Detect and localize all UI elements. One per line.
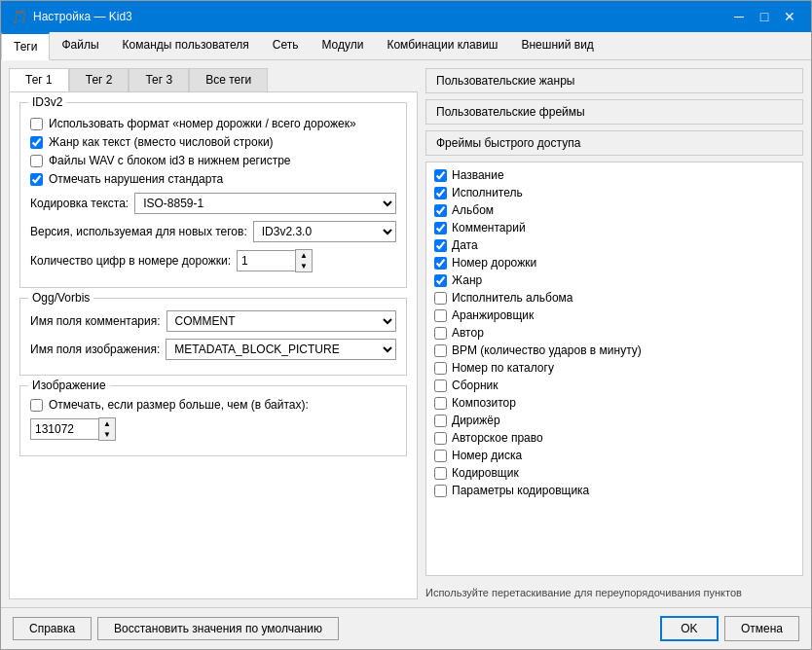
list-item: Авторское право (430, 429, 798, 447)
list-item: Номер диска (430, 447, 798, 464)
check-album[interactable] (434, 204, 447, 217)
list-item: Параметры кодировщика (430, 482, 798, 499)
list-item: Жанр (430, 271, 798, 289)
check-copyright[interactable] (434, 432, 447, 445)
label-copyright: Авторское право (452, 431, 543, 445)
encoding-row: Кодировка текста: ISO-8859-1 UTF-8 UTF-1… (30, 193, 396, 214)
checkbox-wav-lowercase-label: Файлы WAV с блоком id3 в нижнем регистре (49, 154, 290, 167)
tab-files[interactable]: Файлы (50, 32, 110, 59)
tab-modules[interactable]: Модули (310, 32, 375, 59)
list-item: BPM (количество ударов в минуту) (430, 342, 798, 359)
checkbox-track-format: Использовать формат «номер дорожки / все… (30, 117, 396, 130)
sub-tab-tag2[interactable]: Тег 2 (69, 68, 129, 91)
tab-network[interactable]: Сеть (261, 32, 311, 59)
close-button[interactable]: ✕ (778, 7, 801, 26)
list-item: Дата (430, 236, 798, 254)
id3v2-section: ID3v2 Использовать формат «номер дорожки… (19, 102, 407, 288)
image-field-select[interactable]: METADATA_BLOCK_PICTURE (166, 339, 396, 360)
image-size-spinner: ▲ ▼ (30, 417, 116, 441)
label-arranger: Аранжировщик (452, 308, 534, 322)
image-size-input[interactable] (30, 418, 98, 440)
check-author[interactable] (434, 327, 447, 340)
label-encoder: Кодировщик (452, 466, 519, 480)
list-item: Номер по каталогу (430, 359, 798, 377)
label-comment: Комментарий (452, 221, 526, 235)
spinner-up[interactable]: ▲ (296, 250, 312, 261)
image-size-spinner-down[interactable]: ▼ (99, 429, 115, 440)
ogg-section: Ogg/Vorbis Имя поля комментария: COMMENT… (19, 298, 407, 376)
title-bar-left: 🎵 Настройка — Kid3 (11, 9, 132, 24)
list-item: Альбом (430, 201, 798, 219)
label-tracknum: Номер дорожки (452, 256, 536, 270)
quick-access-frames-button[interactable]: Фреймы быстрого доступа (425, 130, 803, 156)
check-genre[interactable] (434, 274, 447, 287)
check-encoder-settings[interactable] (434, 485, 447, 497)
label-artist: Исполнитель (452, 186, 523, 199)
list-item: Исполнитель альбома (430, 289, 798, 307)
ok-button[interactable]: OK (660, 616, 719, 641)
check-title[interactable] (434, 169, 447, 182)
spinner-buttons: ▲ ▼ (295, 249, 313, 272)
tab-shortcuts[interactable]: Комбинации клавиш (375, 32, 509, 59)
frames-checklist: Название Исполнитель Альбом Комментарий … (425, 162, 803, 576)
cancel-button[interactable]: Отмена (724, 616, 799, 641)
list-item: Комментарий (430, 219, 798, 236)
restore-defaults-button[interactable]: Восстановить значения по умолчанию (97, 617, 339, 640)
checkbox-track-format-input[interactable] (30, 118, 43, 130)
image-size-checkbox[interactable] (30, 399, 43, 412)
minimize-button[interactable]: ─ (727, 7, 751, 26)
footer-right: OK Отмена (660, 616, 799, 641)
sub-tab-tag1[interactable]: Тег 1 (9, 68, 69, 91)
label-catalog: Номер по каталогу (452, 361, 554, 375)
image-size-spinner-up[interactable]: ▲ (99, 418, 115, 429)
title-bar: 🎵 Настройка — Kid3 ─ □ ✕ (1, 1, 811, 32)
check-comment[interactable] (434, 222, 447, 235)
check-bpm[interactable] (434, 344, 447, 357)
check-tracknum[interactable] (434, 257, 447, 270)
tab-user-commands[interactable]: Команды пользователя (111, 32, 261, 59)
sub-tab-tag3[interactable]: Тег 3 (129, 68, 189, 91)
tab-appearance[interactable]: Внешний вид (509, 32, 605, 59)
sub-tab-bar: Тег 1 Тег 2 Тег 3 Все теги (9, 68, 418, 91)
checkbox-genre-text-input[interactable] (30, 136, 43, 149)
version-label: Версия, используемая для новых тегов: (30, 225, 247, 238)
check-encoder[interactable] (434, 467, 447, 480)
hint-text: Используйте перетаскивание для переупоря… (425, 586, 803, 599)
checkbox-standard-violations-label: Отмечать нарушения стандарта (49, 172, 223, 186)
help-button[interactable]: Справка (13, 617, 92, 640)
checkbox-wav-lowercase-input[interactable] (30, 155, 43, 167)
image-field-label: Имя поля изображения: (30, 343, 160, 356)
version-select[interactable]: ID3v2.3.0 ID3v2.4.0 (253, 221, 396, 242)
image-size-row: Отмечать, если размер больше, чем (в бай… (30, 398, 396, 441)
custom-genres-button[interactable]: Пользовательские жанры (425, 68, 803, 93)
checkbox-standard-violations-input[interactable] (30, 173, 43, 186)
left-panel: Тег 1 Тег 2 Тег 3 Все теги ID3v2 Использ… (9, 68, 418, 599)
sub-tab-all-tags[interactable]: Все теги (189, 68, 268, 91)
check-composer[interactable] (434, 397, 447, 410)
check-arranger[interactable] (434, 309, 447, 322)
label-composer: Композитор (452, 396, 516, 410)
check-album-artist[interactable] (434, 292, 447, 305)
image-field-row: Имя поля изображения: METADATA_BLOCK_PIC… (30, 339, 396, 360)
track-digits-input[interactable] (237, 250, 295, 271)
check-catalog[interactable] (434, 362, 447, 375)
spinner-down[interactable]: ▼ (296, 261, 312, 271)
label-date: Дата (452, 238, 478, 252)
label-title: Название (452, 168, 504, 182)
check-disc-num[interactable] (434, 450, 447, 462)
label-encoder-settings: Параметры кодировщика (452, 484, 589, 497)
comment-field-select[interactable]: COMMENT (166, 310, 396, 332)
check-date[interactable] (434, 239, 447, 252)
label-conductor: Дирижёр (452, 414, 500, 427)
tab-tags[interactable]: Теги (1, 32, 50, 60)
encoding-select[interactable]: ISO-8859-1 UTF-8 UTF-16 (134, 193, 396, 214)
check-compilation[interactable] (434, 379, 447, 392)
footer: Справка Восстановить значения по умолчан… (1, 607, 811, 649)
list-item: Кодировщик (430, 464, 798, 482)
maximize-button[interactable]: □ (753, 7, 776, 26)
list-item: Исполнитель (430, 184, 798, 201)
main-window: 🎵 Настройка — Kid3 ─ □ ✕ Теги Файлы Кома… (0, 0, 812, 650)
custom-frames-button[interactable]: Пользовательские фреймы (425, 99, 803, 125)
check-artist[interactable] (434, 187, 447, 199)
check-conductor[interactable] (434, 415, 447, 427)
